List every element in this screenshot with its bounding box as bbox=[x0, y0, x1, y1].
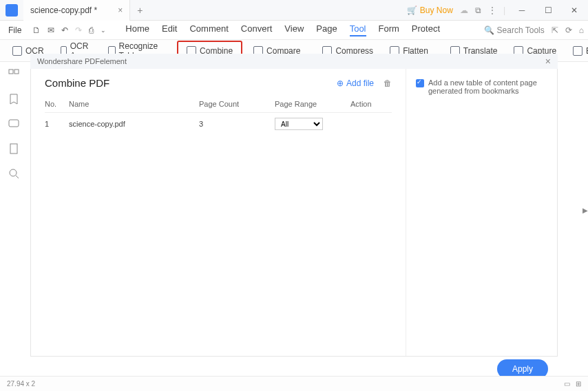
close-panel-icon[interactable]: × bbox=[545, 56, 551, 67]
title-bar: science-copy.pdf * × + 🛒 Buy Now ☁ ⧉ ⋮ |… bbox=[0, 0, 588, 21]
view-mode-icon[interactable]: ▭ bbox=[564, 380, 570, 388]
print-icon[interactable]: ⎙ bbox=[89, 25, 94, 35]
col-range: Page Range bbox=[275, 100, 350, 108]
svg-point-4 bbox=[10, 169, 17, 176]
kebab-icon[interactable]: ⋮ bbox=[488, 6, 496, 15]
minimize-button[interactable]: ─ bbox=[512, 1, 532, 20]
thumbnail-icon[interactable] bbox=[8, 69, 19, 80]
panel-header: Wondershare PDFelement × bbox=[30, 54, 558, 69]
col-name: Name bbox=[69, 100, 199, 108]
close-window-button[interactable]: ✕ bbox=[565, 1, 584, 20]
expand-right-icon[interactable]: ▶ bbox=[582, 207, 588, 214]
external-link-icon[interactable]: ⇱ bbox=[552, 25, 558, 35]
col-count: Page Count bbox=[199, 100, 275, 108]
menu-protect[interactable]: Protect bbox=[412, 23, 440, 36]
panel-options: Add a new table of content page generate… bbox=[406, 69, 557, 356]
share-icon[interactable]: ⧉ bbox=[475, 6, 481, 15]
attachment-icon[interactable] bbox=[8, 143, 19, 154]
status-bar: 27.94 x 2 ▭ ⊞ bbox=[0, 376, 588, 391]
batch-button[interactable]: Ba bbox=[567, 43, 588, 59]
trash-icon[interactable]: 🗑 bbox=[384, 78, 392, 88]
app-logo bbox=[6, 4, 18, 17]
undo-icon[interactable]: ↶ bbox=[61, 25, 68, 35]
menu-convert[interactable]: Convert bbox=[241, 23, 273, 36]
save-icon[interactable]: 🗋 bbox=[32, 25, 41, 35]
bookmark-icon[interactable] bbox=[8, 94, 19, 105]
chevron-down-icon[interactable]: ⌄ bbox=[101, 27, 106, 34]
panel-header-title: Wondershare PDFelement bbox=[37, 57, 127, 65]
page-range-select[interactable]: All bbox=[275, 118, 323, 130]
main-menu: Home Edit Comment Convert View Page Tool… bbox=[125, 23, 440, 36]
menu-bar: File 🗋 ✉ ↶ ↷ ⎙ ⌄ Home Edit Comment Conve… bbox=[0, 21, 588, 40]
buy-now-button[interactable]: 🛒 Buy Now bbox=[407, 6, 453, 15]
search-icon: 🔍 bbox=[484, 25, 494, 35]
combine-panel: Combine PDF ⊕ Add file 🗑 No. Name Page C… bbox=[30, 69, 558, 357]
divider: | bbox=[503, 6, 505, 15]
tab-title: science-copy.pdf * bbox=[30, 6, 97, 15]
more-icon[interactable]: ⟳ bbox=[565, 25, 572, 35]
document-tab[interactable]: science-copy.pdf * × bbox=[23, 0, 130, 21]
col-no: No. bbox=[45, 100, 69, 108]
comment-icon[interactable] bbox=[8, 118, 19, 129]
svg-rect-3 bbox=[10, 144, 17, 154]
add-file-button[interactable]: ⊕ Add file bbox=[337, 78, 374, 88]
table-row[interactable]: 1 science-copy.pdf 3 All bbox=[45, 113, 392, 135]
table-header: No. Name Page Count Page Range Action bbox=[45, 96, 392, 113]
menu-tool[interactable]: Tool bbox=[350, 23, 366, 36]
svg-line-5 bbox=[16, 176, 19, 178]
new-tab-button[interactable]: + bbox=[130, 5, 149, 16]
menu-home[interactable]: Home bbox=[125, 23, 149, 36]
grid-view-icon[interactable]: ⊞ bbox=[576, 380, 581, 388]
col-action: Action bbox=[350, 100, 392, 108]
row-no: 1 bbox=[45, 120, 69, 128]
menu-form[interactable]: Form bbox=[379, 23, 399, 36]
menu-page[interactable]: Page bbox=[316, 23, 337, 36]
search-rail-icon[interactable] bbox=[8, 168, 19, 179]
menu-view[interactable]: View bbox=[284, 23, 304, 36]
row-count: 3 bbox=[199, 120, 275, 128]
svg-rect-2 bbox=[9, 120, 19, 127]
svg-rect-0 bbox=[9, 70, 13, 74]
row-range: All bbox=[275, 118, 350, 130]
cloud-icon[interactable]: ☁ bbox=[460, 6, 468, 15]
plus-circle-icon: ⊕ bbox=[337, 78, 344, 88]
redo-icon[interactable]: ↷ bbox=[75, 25, 82, 35]
maximize-button[interactable]: ☐ bbox=[538, 1, 558, 20]
toc-checkbox[interactable] bbox=[416, 79, 424, 87]
toc-option-label: Add a new table of content page generate… bbox=[428, 78, 547, 95]
menu-comment[interactable]: Comment bbox=[189, 23, 228, 36]
svg-rect-1 bbox=[14, 70, 19, 74]
batch-icon bbox=[573, 46, 582, 56]
close-tab-icon[interactable]: × bbox=[118, 6, 123, 15]
ocr-icon bbox=[12, 46, 22, 56]
left-sidebar bbox=[0, 62, 28, 374]
mail-icon[interactable]: ✉ bbox=[48, 25, 54, 35]
panel-toggle-icon[interactable]: ⌂ bbox=[579, 25, 584, 35]
menu-edit[interactable]: Edit bbox=[162, 23, 177, 36]
file-menu[interactable]: File bbox=[4, 25, 25, 35]
search-tools[interactable]: 🔍 Search Tools bbox=[484, 25, 545, 35]
page-dimensions: 27.94 x 2 bbox=[7, 380, 35, 388]
row-name: science-copy.pdf bbox=[69, 120, 199, 128]
panel-title: Combine PDF bbox=[45, 77, 109, 89]
cart-icon: 🛒 bbox=[407, 6, 417, 15]
